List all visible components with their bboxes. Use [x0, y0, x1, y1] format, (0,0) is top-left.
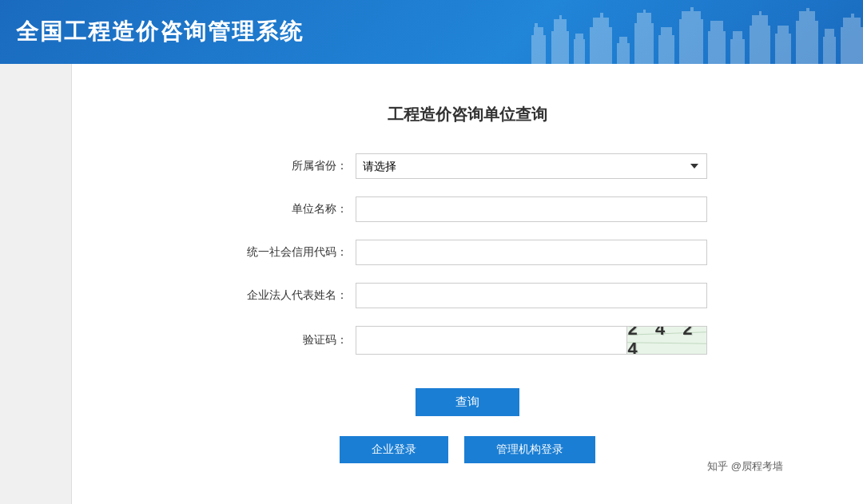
svg-rect-11 — [617, 43, 630, 64]
captcha-label: 验证码： — [228, 333, 356, 347]
main-content: 工程造价咨询单位查询 所属省份： 请选择 北京市 上海市 广东省 浙江省 江苏省… — [0, 64, 863, 504]
svg-rect-35 — [841, 27, 863, 64]
svg-rect-17 — [661, 27, 672, 35]
captcha-row: 验证码： 2 4 2 4 — [228, 326, 707, 355]
svg-rect-26 — [752, 15, 768, 26]
svg-rect-25 — [750, 26, 770, 64]
enterprise-login-button[interactable]: 企业登录 — [340, 436, 448, 463]
credit-code-row: 统一社会信用代码： — [228, 240, 707, 265]
svg-rect-28 — [775, 34, 791, 64]
svg-rect-20 — [690, 7, 694, 11]
captcha-input[interactable] — [356, 326, 627, 355]
unit-name-row: 单位名称： — [228, 196, 707, 222]
svg-rect-32 — [806, 8, 809, 11]
province-row: 所属省份： 请选择 北京市 上海市 广东省 浙江省 江苏省 四川省 — [228, 153, 707, 179]
legal-rep-row: 企业法人代表姓名： — [228, 283, 707, 308]
svg-rect-36 — [843, 18, 861, 27]
svg-rect-14 — [637, 13, 651, 23]
management-login-button[interactable]: 管理机构登录 — [464, 436, 595, 463]
captcha-image[interactable]: 2 4 2 4 — [627, 326, 707, 355]
query-button[interactable]: 查询 — [416, 388, 519, 416]
svg-rect-4 — [554, 19, 567, 31]
province-select[interactable]: 请选择 北京市 上海市 广东省 浙江省 江苏省 四川省 — [356, 153, 707, 179]
svg-rect-19 — [682, 11, 701, 19]
left-sidebar — [0, 64, 72, 504]
province-label: 所属省份： — [228, 159, 356, 173]
svg-rect-33 — [823, 37, 836, 64]
svg-rect-37 — [851, 14, 854, 18]
svg-rect-8 — [590, 27, 612, 64]
svg-rect-16 — [658, 35, 674, 64]
unit-name-label: 单位名称： — [228, 202, 356, 216]
svg-rect-6 — [574, 39, 585, 64]
svg-rect-7 — [575, 34, 583, 39]
header-title: 全国工程造价咨询管理系统 — [16, 17, 304, 47]
svg-rect-22 — [710, 21, 723, 31]
svg-rect-10 — [600, 13, 603, 18]
svg-rect-34 — [825, 29, 834, 37]
svg-rect-29 — [777, 26, 789, 34]
page-title: 工程造价咨询单位查询 — [388, 104, 547, 125]
svg-rect-13 — [634, 23, 654, 64]
skyline-decoration — [527, 3, 863, 64]
svg-rect-23 — [730, 39, 745, 64]
watermark: 知乎 @屃程考墙 — [707, 459, 783, 474]
svg-rect-18 — [679, 19, 703, 64]
query-button-row: 查询 — [416, 388, 519, 416]
captcha-container: 2 4 2 4 — [356, 326, 707, 355]
legal-rep-label: 企业法人代表姓名： — [228, 288, 356, 303]
form-container: 所属省份： 请选择 北京市 上海市 广东省 浙江省 江苏省 四川省 单位名称： … — [228, 153, 707, 372]
content-area: 工程造价咨询单位查询 所属省份： 请选择 北京市 上海市 广东省 浙江省 江苏省… — [72, 64, 863, 504]
unit-name-input[interactable] — [356, 196, 707, 222]
svg-rect-24 — [733, 31, 742, 39]
svg-rect-0 — [531, 35, 546, 64]
svg-rect-15 — [643, 10, 646, 13]
svg-rect-5 — [559, 15, 562, 19]
header: 全国工程造价咨询管理系统 — [0, 0, 863, 64]
svg-rect-21 — [708, 31, 726, 64]
credit-code-input[interactable] — [356, 240, 707, 265]
svg-rect-2 — [535, 23, 538, 27]
svg-rect-3 — [551, 31, 569, 64]
svg-rect-31 — [799, 11, 815, 21]
svg-rect-1 — [534, 27, 543, 35]
legal-rep-input[interactable] — [356, 283, 707, 308]
svg-rect-30 — [796, 21, 818, 64]
bottom-buttons: 企业登录 管理机构登录 — [340, 436, 595, 463]
credit-code-label: 统一社会信用代码： — [228, 245, 356, 260]
svg-rect-27 — [759, 11, 762, 15]
svg-rect-12 — [619, 37, 627, 43]
svg-rect-9 — [593, 18, 609, 27]
